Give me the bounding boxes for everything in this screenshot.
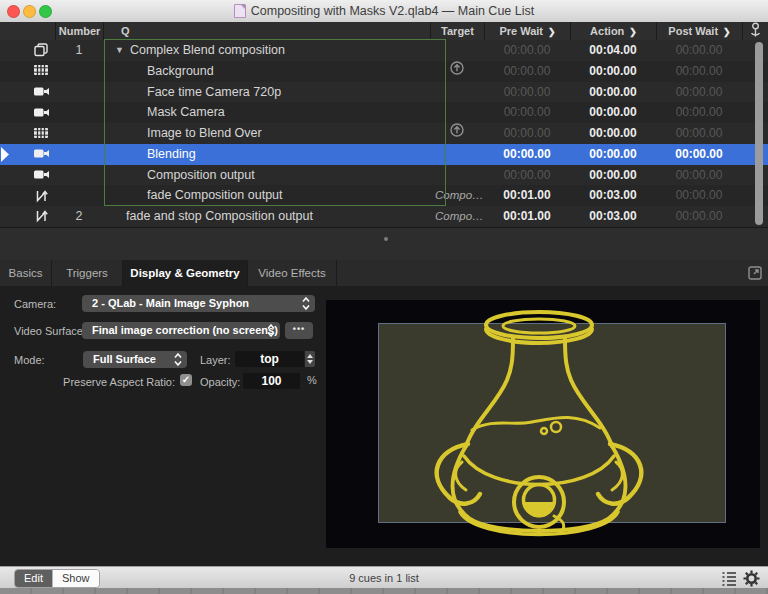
inspector-tab-bar: BasicsTriggersDisplay & GeometryVideo Ef… [0, 260, 768, 286]
pre-wait-value: 00:01.00 [484, 206, 570, 227]
cue-name: Background [147, 64, 214, 78]
pre-wait-value: 00:00.00 [484, 40, 570, 61]
action-value: 00:00.00 [570, 61, 656, 82]
splitter-handle-dot[interactable] [384, 237, 388, 241]
chevron-up-down-icon [174, 353, 182, 371]
layer-label: Layer: [200, 352, 231, 368]
cue-name: Blending [147, 147, 196, 161]
video-surface-label: Video Surface: [14, 323, 86, 339]
cue-row[interactable]: Face time Camera 720p00:00.0000:00.0000:… [0, 82, 768, 103]
mode-label: Mode: [14, 352, 45, 368]
cue-row[interactable]: Background00:00.0000:00.0000:00.00 [0, 61, 768, 82]
cue-row[interactable]: Image to Blend Over00:00.0000:00.0000:00… [0, 123, 768, 144]
cue-name-cell: fade and stop Composition output [103, 206, 453, 227]
tab-basics[interactable]: Basics [0, 260, 52, 286]
edit-surfaces-button[interactable]: ••• [285, 322, 313, 339]
pre-wait-value: 00:00.00 [484, 102, 570, 123]
tab-video-effects[interactable]: Video Effects [248, 260, 337, 286]
zoom-window-button[interactable] [39, 5, 52, 18]
tab-display-geometry[interactable]: Display & Geometry [123, 260, 248, 286]
cue-number: 2 [55, 206, 103, 227]
cue-target: Compo… [430, 206, 484, 227]
film-cue-icon [28, 61, 54, 82]
cue-name: Mask Camera [147, 105, 225, 119]
panel-splitter[interactable] [0, 227, 768, 261]
pre-wait-value: 00:00.00 [484, 123, 570, 144]
camera-cue-icon [28, 165, 54, 186]
cue-number [55, 102, 103, 123]
cue-name-cell: Face time Camera 720p [103, 82, 474, 103]
cue-name-cell: fade Composition output [103, 185, 474, 206]
layer-field[interactable]: top [235, 351, 304, 367]
cue-target [430, 82, 484, 103]
cue-number [55, 123, 103, 144]
cue-row[interactable]: Composition output00:00.0000:00.0000:00.… [0, 165, 768, 186]
post-wait-value: 00:00.00 [656, 206, 742, 227]
cue-number [55, 82, 103, 103]
post-wait-value: 00:00.00 [656, 144, 742, 165]
title-bar: Compositing with Masks V2.qlab4 — Main C… [0, 0, 768, 23]
cue-target [430, 144, 484, 165]
cue-name-cell: Mask Camera [103, 102, 474, 123]
flask-artwork [424, 304, 656, 550]
column-header-hotkey [742, 22, 768, 40]
post-wait-value: 00:00.00 [656, 165, 742, 186]
cue-number [55, 144, 103, 165]
pre-wait-value: 00:00.00 [484, 82, 570, 103]
cue-number: 1 [55, 40, 103, 61]
pre-wait-value: 00:00.00 [484, 144, 570, 165]
camera-select[interactable]: 2 - QLab - Main Image Syphon [82, 295, 315, 312]
camera-cue-icon [28, 102, 54, 123]
column-header-pre-wait[interactable]: Pre Wait❯ [484, 22, 570, 40]
cue-list: 1▼Complex Blend composition00:00.0000:04… [0, 40, 768, 227]
vertical-scrollbar[interactable] [755, 42, 763, 225]
cue-name-cell: Blending [103, 144, 474, 165]
camera-cue-icon [28, 82, 54, 103]
film-cue-icon [28, 123, 54, 144]
cue-list-header: NumberQTargetPre Wait❯Action❯Post Wait❯ [0, 22, 768, 40]
cue-name: Image to Blend Over [147, 126, 262, 140]
cue-target [430, 40, 484, 61]
fade-cue-icon [28, 206, 54, 227]
mode-select[interactable]: Full Surface [83, 351, 187, 368]
disclosure-triangle-icon[interactable]: ▼ [115, 40, 124, 61]
chevron-up-down-icon [302, 297, 310, 315]
window-bottom-edge [0, 588, 768, 594]
action-value: 00:00.00 [570, 144, 656, 165]
cue-target: Compo… [430, 185, 484, 206]
cue-name-cell: Background [103, 61, 474, 82]
popout-panel-icon[interactable] [748, 266, 762, 284]
action-value: 00:00.00 [570, 165, 656, 186]
cue-name: fade and stop Composition output [126, 209, 313, 223]
action-value: 00:03.00 [570, 206, 656, 227]
post-wait-value: 00:00.00 [656, 102, 742, 123]
camera-cue-icon [28, 144, 54, 165]
minimize-window-button[interactable] [23, 5, 36, 18]
preserve-aspect-ratio-checkbox[interactable]: ✓ [180, 374, 192, 386]
action-value: 00:00.00 [570, 82, 656, 103]
document-icon [234, 4, 246, 18]
column-header-post-wait[interactable]: Post Wait❯ [656, 22, 742, 40]
video-surface-select[interactable]: Final image correction (no screens) [82, 322, 280, 339]
opacity-field[interactable]: 100 [243, 373, 300, 389]
cue-row[interactable]: 1▼Complex Blend composition00:00.0000:04… [0, 40, 768, 61]
column-header-target: Target [430, 22, 484, 40]
cue-name-cell: Composition output [103, 165, 474, 186]
cue-row[interactable]: Blending00:00.0000:00.0000:00.00 [0, 144, 768, 165]
action-value: 00:03.00 [570, 185, 656, 206]
cue-row[interactable]: 2fade and stop Composition outputCompo…0… [0, 206, 768, 227]
playhead-icon [1, 146, 10, 166]
video-preview-stage [326, 300, 760, 548]
column-header-action[interactable]: Action❯ [570, 22, 656, 40]
action-value: 00:00.00 [570, 102, 656, 123]
close-window-button[interactable] [7, 5, 20, 18]
cue-row[interactable]: fade Composition outputCompo…00:01.0000:… [0, 185, 768, 206]
cue-row[interactable]: Mask Camera00:00.0000:00.0000:00.00 [0, 102, 768, 123]
cue-lists-icon[interactable] [721, 570, 737, 590]
tab-triggers[interactable]: Triggers [52, 260, 123, 286]
layer-stepper[interactable] [305, 351, 315, 367]
qlab-window: Compositing with Masks V2.qlab4 — Main C… [0, 0, 768, 594]
cue-target [430, 102, 484, 123]
cue-name: Face time Camera 720p [147, 85, 281, 99]
cue-number [55, 185, 103, 206]
